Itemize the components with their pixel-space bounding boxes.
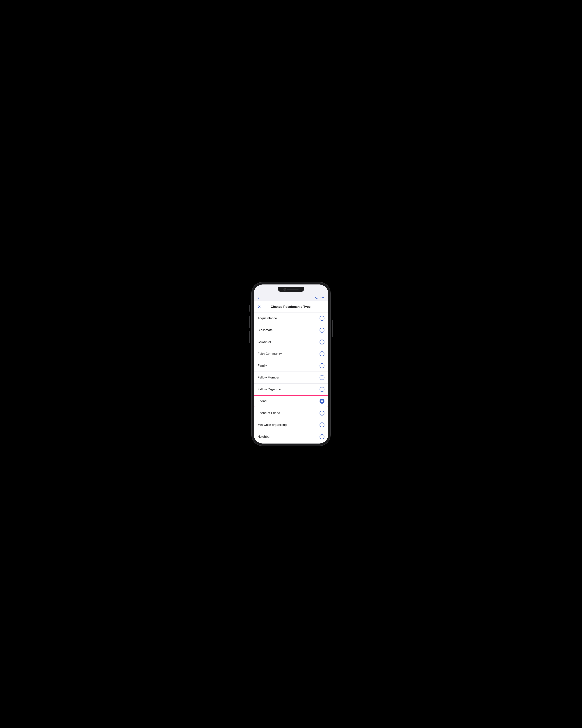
relationship-type-list: AcquaintanceClassmateCoworkerFaith Commu…	[254, 312, 328, 444]
radio-button[interactable]	[320, 411, 325, 416]
relationship-type-label: Fellow Organizer	[257, 388, 282, 391]
radio-button[interactable]	[320, 340, 325, 344]
list-item[interactable]: Fellow Organizer	[254, 384, 328, 395]
nav-right: •••	[313, 295, 325, 300]
mute-button[interactable]	[249, 305, 250, 312]
phone-screen: ‹ ••• ✕ Change Re	[254, 284, 328, 444]
dialog-header: ✕ Change Relationship Type	[254, 302, 328, 312]
radio-button[interactable]	[320, 399, 325, 404]
radio-button[interactable]	[320, 375, 325, 380]
volume-up-button[interactable]	[249, 316, 250, 328]
list-item[interactable]: Met while organizing	[254, 419, 328, 431]
nav-bar: ‹ •••	[254, 294, 328, 302]
list-item[interactable]: Classmate	[254, 324, 328, 336]
phone-frame: ‹ ••• ✕ Change Re	[252, 282, 330, 446]
list-item[interactable]: Neighbor	[254, 431, 328, 443]
list-item[interactable]: Coworker	[254, 336, 328, 348]
relationship-type-label: Friend	[257, 399, 267, 403]
relationship-type-label: Neighbor	[257, 435, 271, 439]
screen-content: ‹ ••• ✕ Change Re	[254, 284, 328, 444]
add-person-button[interactable]	[313, 295, 317, 300]
relationship-type-label: Fellow Member	[257, 376, 279, 380]
close-button[interactable]: ✕	[257, 304, 261, 309]
list-item[interactable]: Faith Community	[254, 348, 328, 360]
camera-icon	[283, 288, 286, 291]
relationship-type-label: Faith Community	[257, 352, 282, 356]
relationship-type-label: Friend of Friend	[257, 411, 280, 415]
list-item[interactable]: Friend	[254, 395, 328, 407]
radio-button[interactable]	[320, 422, 325, 427]
radio-button[interactable]	[320, 328, 325, 333]
relationship-type-label: Coworker	[257, 340, 271, 344]
radio-button[interactable]	[320, 363, 325, 368]
dialog-title: Change Relationship Type	[264, 305, 317, 309]
power-button[interactable]	[332, 320, 333, 337]
volume-down-button[interactable]	[249, 331, 250, 343]
back-button[interactable]: ‹	[257, 295, 259, 300]
radio-button[interactable]	[320, 316, 325, 321]
more-options-button[interactable]: •••	[321, 296, 325, 299]
relationship-type-label: Acquaintance	[257, 316, 277, 320]
radio-button[interactable]	[320, 352, 325, 356]
relationship-type-label: Classmate	[257, 328, 273, 332]
notch	[278, 287, 304, 292]
list-item[interactable]: Friend of Friend	[254, 407, 328, 419]
list-item[interactable]: Family	[254, 360, 328, 372]
relationship-type-label: Met while organizing	[257, 423, 287, 427]
radio-button[interactable]	[320, 434, 325, 439]
list-item[interactable]: Acquaintance	[254, 312, 328, 324]
speaker-icon	[287, 289, 299, 290]
list-item[interactable]: Other	[254, 443, 328, 444]
nav-left: ‹	[257, 295, 259, 300]
list-item[interactable]: Fellow Member	[254, 372, 328, 384]
relationship-type-label: Family	[257, 364, 267, 368]
radio-button[interactable]	[320, 387, 325, 392]
